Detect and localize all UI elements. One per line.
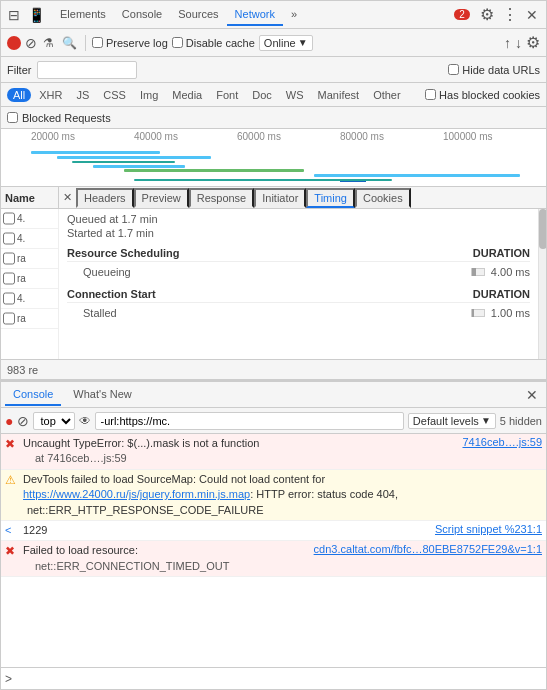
log-text-2: 1229 (23, 523, 431, 538)
filter-bar: Filter Hide data URLs (1, 57, 546, 83)
disable-cache-checkbox[interactable] (172, 37, 183, 48)
tbar-8 (134, 179, 392, 181)
log-source-2[interactable]: Script snippet %231:1 (435, 523, 542, 535)
req-row-1[interactable]: 4. (1, 229, 58, 249)
error-badge[interactable]: 2 (454, 9, 470, 20)
console-level-arrow: ▼ (481, 415, 491, 426)
search-icon[interactable]: 🔍 (60, 36, 79, 50)
req-tab-headers[interactable]: Headers (76, 188, 134, 208)
req-checkbox-1[interactable] (3, 232, 15, 245)
log-link-1[interactable]: https://www.24000.ru/js/jquery.form.min.… (23, 488, 250, 500)
type-font[interactable]: Font (210, 88, 244, 102)
queued-at-info: Queued at 1.7 min (67, 213, 530, 225)
req-checkbox-0[interactable] (3, 212, 15, 225)
dock-icon[interactable]: ⊟ (5, 7, 23, 23)
type-doc[interactable]: Doc (246, 88, 278, 102)
more-icon[interactable]: ⋮ (498, 5, 522, 24)
log-source-0[interactable]: 7416ceb….js:59 (463, 436, 543, 448)
req-checkbox-5[interactable] (3, 312, 15, 325)
log-text-0-main: Uncaught TypeError: $(...).mask is not a… (23, 437, 259, 449)
console-input[interactable] (16, 673, 542, 685)
blocked-requests-text: Blocked Requests (22, 112, 111, 124)
tab-elements[interactable]: Elements (52, 4, 114, 26)
type-css[interactable]: CSS (97, 88, 132, 102)
type-xhr[interactable]: XHR (33, 88, 68, 102)
download-icon[interactable]: ↓ (515, 35, 522, 51)
req-checkbox-2[interactable] (3, 252, 15, 265)
hide-data-urls-label[interactable]: Hide data URLs (448, 64, 540, 76)
console-record-icon[interactable]: ● (5, 413, 13, 429)
log-source-3[interactable]: cdn3.caltat.com/fbfc…80EBE8752FE29&v=1:1 (314, 543, 542, 555)
tab-network[interactable]: Network (227, 4, 283, 26)
hide-data-urls-text: Hide data URLs (462, 64, 540, 76)
req-checkbox-3[interactable] (3, 272, 15, 285)
online-arrow: ▼ (298, 37, 308, 48)
req-tab-preview[interactable]: Preview (134, 188, 189, 208)
req-tab-initiator[interactable]: Initiator (254, 188, 306, 208)
req-row-2[interactable]: ra (1, 249, 58, 269)
type-media[interactable]: Media (166, 88, 208, 102)
tab-sources[interactable]: Sources (170, 4, 226, 26)
stalled-bar (471, 309, 485, 317)
req-row-5[interactable]: ra (1, 309, 58, 329)
online-dropdown[interactable]: Online ▼ (259, 35, 313, 51)
blocked-requests-checkbox[interactable] (7, 112, 18, 123)
timeline-area: 20000 ms 40000 ms 60000 ms 80000 ms 1000… (1, 129, 546, 187)
req-row-0[interactable]: 4. (1, 209, 58, 229)
preserve-log-checkbox[interactable] (92, 37, 103, 48)
filter-input[interactable] (37, 61, 137, 79)
log-text-0-at: at 7416ceb….js:59 (23, 452, 127, 464)
log-entry-0: ✖ Uncaught TypeError: $(...).mask is not… (1, 434, 546, 470)
req-tab-response[interactable]: Response (189, 188, 255, 208)
req-status-text: 983 re (7, 364, 38, 376)
type-all[interactable]: All (7, 88, 31, 102)
req-row-4[interactable]: 4. (1, 289, 58, 309)
settings-icon[interactable]: ⚙ (476, 5, 498, 24)
type-img[interactable]: Img (134, 88, 164, 102)
req-tab-cookies[interactable]: Cookies (355, 188, 411, 208)
name-col-header: Name (1, 187, 59, 208)
console-close-icon[interactable]: ✕ (522, 387, 542, 403)
tab-whats-new[interactable]: What's New (65, 384, 139, 406)
close-icon[interactable]: ✕ (522, 7, 542, 23)
device-icon[interactable]: 📱 (25, 7, 48, 23)
req-name-0: 4. (17, 213, 25, 224)
tab-console-bottom[interactable]: Console (5, 384, 61, 406)
type-other[interactable]: Other (367, 88, 407, 102)
tab-console[interactable]: Console (114, 4, 170, 26)
connection-start-section: Connection Start DURATION Stalled 1.00 m… (67, 288, 530, 321)
preserve-log-label[interactable]: Preserve log (92, 37, 168, 49)
stop-button[interactable]: ⊘ (25, 35, 37, 51)
has-blocked-cookies-label[interactable]: Has blocked cookies (425, 89, 540, 101)
network-settings-icon[interactable]: ⚙ (526, 33, 540, 52)
record-button[interactable] (7, 36, 21, 50)
upload-icon[interactable]: ↑ (504, 35, 511, 51)
tab-more[interactable]: » (283, 4, 305, 26)
tbar-5 (124, 169, 304, 172)
hide-data-urls-checkbox[interactable] (448, 64, 459, 75)
console-level-dropdown[interactable]: Default levels ▼ (408, 413, 496, 429)
console-eye-icon[interactable]: 👁 (79, 414, 91, 428)
req-checkbox-4[interactable] (3, 292, 15, 305)
has-blocked-cookies-checkbox[interactable] (425, 89, 436, 100)
console-block-icon[interactable]: ⊘ (17, 413, 29, 429)
log-entry-2: < 1229 Script snippet %231:1 (1, 521, 546, 541)
console-filter-input[interactable] (95, 412, 403, 430)
timing-scrollbar[interactable] (538, 209, 546, 359)
request-status-bar: 983 re (1, 359, 546, 379)
started-at-info: Started at 1.7 min (67, 227, 530, 239)
req-tab-close[interactable]: ✕ (59, 191, 76, 204)
type-manifest[interactable]: Manifest (312, 88, 366, 102)
connection-start-header: Connection Start DURATION (67, 288, 530, 303)
console-input-row: > (1, 667, 546, 689)
disable-cache-label[interactable]: Disable cache (172, 37, 255, 49)
type-js[interactable]: JS (70, 88, 95, 102)
error-icon-0: ✖ (5, 437, 19, 451)
console-context-select[interactable]: top (33, 412, 75, 430)
req-tab-timing[interactable]: Timing (306, 188, 355, 208)
type-ws[interactable]: WS (280, 88, 310, 102)
log-text-1-pre: DevTools failed to load SourceMap: Could… (23, 473, 325, 485)
filter-icon[interactable]: ⚗ (41, 36, 56, 50)
type-tabs-bar: All XHR JS CSS Img Media Font Doc WS Man… (1, 83, 546, 107)
req-row-3[interactable]: ra (1, 269, 58, 289)
